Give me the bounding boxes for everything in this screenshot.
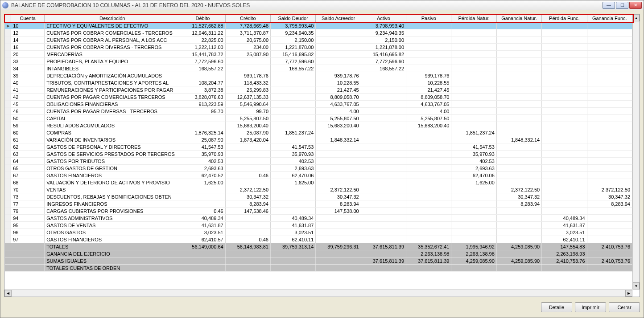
row-indicator[interactable] xyxy=(5,86,11,94)
cell-descripcion[interactable]: GASTOS DE SERVICIOS PRESTADOS POR TERCER… xyxy=(45,151,180,158)
cell-ganancia-natur[interactable] xyxy=(496,122,541,129)
cell-debito[interactable]: 3,023.51 xyxy=(180,229,225,236)
cell-debito[interactable]: 108,204.77 xyxy=(180,79,225,86)
cell-perdida-natur[interactable] xyxy=(451,58,496,65)
cell-debito[interactable] xyxy=(180,200,225,208)
row-indicator[interactable] xyxy=(5,72,11,79)
cell-debito[interactable]: 3,872.38 xyxy=(180,86,225,94)
cell-activo[interactable] xyxy=(361,265,406,272)
cell-ganancia-func[interactable] xyxy=(587,115,632,122)
cell-saldo-deudor[interactable] xyxy=(271,79,316,86)
cell-ganancia-func[interactable] xyxy=(587,165,632,172)
total-row[interactable]: TOTALES56,149,000.6456,148,983.8139,759,… xyxy=(5,243,632,250)
cell-perdida-natur[interactable]: 1,995,946.92 xyxy=(451,243,496,250)
cell-ganancia-natur[interactable] xyxy=(496,44,541,51)
cell-perdida-func[interactable]: 3,023.51 xyxy=(542,229,587,236)
cell-ganancia-func[interactable] xyxy=(587,108,632,115)
cell-saldo-acreedor[interactable]: 8,283.94 xyxy=(316,200,361,208)
cell-ganancia-natur[interactable] xyxy=(496,229,541,236)
cell-cuenta[interactable]: 45 xyxy=(11,101,45,108)
cell-debito[interactable]: 15,441,783.72 xyxy=(180,51,225,58)
cell-cuenta[interactable] xyxy=(11,250,45,257)
cell-credito[interactable] xyxy=(225,58,270,65)
cell-saldo-deudor[interactable]: 7,772,596.60 xyxy=(271,58,316,65)
col-pasivo[interactable]: Pasivo xyxy=(406,15,451,22)
cell-debito[interactable]: 7,772,596.60 xyxy=(180,58,225,65)
cell-saldo-deudor[interactable] xyxy=(271,193,316,200)
cell-perdida-natur[interactable]: 41,547.53 xyxy=(451,143,496,151)
cell-saldo-acreedor[interactable] xyxy=(316,165,361,172)
cell-saldo-deudor[interactable]: 1,221,878.00 xyxy=(271,44,316,51)
row-indicator[interactable] xyxy=(5,79,11,86)
table-row[interactable]: 97GASTOS FINANCIEROS62,410.570.4662,410.… xyxy=(5,236,632,243)
cell-saldo-deudor[interactable] xyxy=(271,136,316,143)
cell-pasivo[interactable] xyxy=(406,51,451,58)
scroll-left-arrow[interactable]: ◀ xyxy=(4,290,12,297)
cell-credito[interactable]: 2,372,122.50 xyxy=(225,186,270,193)
cell-descripcion[interactable]: MERCADERÍAS xyxy=(45,51,180,58)
cell-cuenta[interactable] xyxy=(11,243,45,250)
cell-descripcion[interactable]: GASTOS FINANCIEROS xyxy=(45,236,180,243)
total-row[interactable]: TOTALES CUENTAS DE ORDEN xyxy=(5,265,632,272)
cell-cuenta[interactable]: 60 xyxy=(11,129,45,136)
cell-descripcion[interactable]: CARGAS CUBIERTAS POR PROVISIONES xyxy=(45,208,180,215)
cell-ganancia-natur[interactable]: 1,848,332.14 xyxy=(496,136,541,143)
cell-perdida-func[interactable] xyxy=(542,265,587,272)
cell-perdida-func[interactable]: 2,410,753.76 xyxy=(542,257,587,265)
cell-debito[interactable]: 2,693.63 xyxy=(180,165,225,172)
cell-activo[interactable] xyxy=(361,72,406,79)
cell-pasivo[interactable]: 8,809,058.70 xyxy=(406,94,451,101)
cell-descripcion[interactable]: RESULTADOS ACUMULADOS xyxy=(45,122,180,129)
cell-perdida-func[interactable] xyxy=(542,22,587,29)
cell-cuenta[interactable]: 94 xyxy=(11,215,45,222)
cell-descripcion[interactable]: CUENTAS POR COBRAR AL PERSONAL, A LOS AC… xyxy=(45,37,180,44)
cell-ganancia-natur[interactable] xyxy=(496,236,541,243)
row-indicator[interactable] xyxy=(5,151,11,158)
cell-credito[interactable] xyxy=(225,165,270,172)
maximize-button[interactable]: ☐ xyxy=(616,2,628,9)
cell-ganancia-func[interactable] xyxy=(587,229,632,236)
cell-cuenta[interactable]: 63 xyxy=(11,151,45,158)
cell-descripcion[interactable]: SUMAS IGUALES xyxy=(45,257,180,265)
cell-descripcion[interactable]: OTROS GASTOS xyxy=(45,229,180,236)
cell-pasivo[interactable] xyxy=(406,165,451,172)
cell-activo[interactable] xyxy=(361,151,406,158)
cell-activo[interactable] xyxy=(361,250,406,257)
cell-debito[interactable]: 40,489.34 xyxy=(180,215,225,222)
cell-perdida-func[interactable]: 147,554.83 xyxy=(542,243,587,250)
cell-saldo-deudor[interactable]: 1,625.00 xyxy=(271,179,316,186)
cell-ganancia-natur[interactable] xyxy=(496,115,541,122)
cell-pasivo[interactable] xyxy=(406,151,451,158)
cell-saldo-deudor[interactable] xyxy=(271,101,316,108)
cell-perdida-natur[interactable] xyxy=(451,136,496,143)
cell-saldo-acreedor[interactable]: 4,633,767.05 xyxy=(316,101,361,108)
cell-descripcion[interactable]: TOTALES xyxy=(45,243,180,250)
col-cuenta[interactable]: Cuenta xyxy=(11,15,45,22)
cell-pasivo[interactable] xyxy=(406,186,451,193)
table-row[interactable]: 41REMUNERACIONES Y PARTICIPACIONES POR P… xyxy=(5,86,632,94)
cell-perdida-natur[interactable]: 1,851,237.24 xyxy=(451,129,496,136)
table-row[interactable]: 59RESULTADOS ACUMULADOS15,683,200.4015,6… xyxy=(5,122,632,129)
cell-cuenta[interactable]: 64 xyxy=(11,158,45,165)
cell-cuenta[interactable]: 42 xyxy=(11,94,45,101)
cell-ganancia-func[interactable]: 30,347.32 xyxy=(587,193,632,200)
row-indicator[interactable] xyxy=(5,143,11,151)
table-row[interactable]: 50CAPITAL5,255,807.505,255,807.505,255,8… xyxy=(5,115,632,122)
cell-ganancia-natur[interactable]: 8,283.94 xyxy=(496,200,541,208)
cell-debito[interactable]: 11,527,662.88 xyxy=(180,22,225,29)
cell-credito[interactable] xyxy=(225,143,270,151)
cell-saldo-deudor[interactable]: 41,547.53 xyxy=(271,143,316,151)
cell-perdida-natur[interactable] xyxy=(451,79,496,86)
cell-debito[interactable]: 0.46 xyxy=(180,208,225,215)
vertical-scrollbar[interactable]: ▲ ▼ xyxy=(632,14,640,289)
cell-descripcion[interactable]: CUENTAS POR PAGAR COMERCIALES TERCEROS xyxy=(45,94,180,101)
cell-perdida-func[interactable] xyxy=(542,122,587,129)
total-row[interactable]: GANANCIA DEL EJERCICIO2,263,138.982,263,… xyxy=(5,250,632,257)
table-row[interactable]: 95GASTOS DE VENTAS41,631.8741,631.8741,6… xyxy=(5,222,632,229)
cell-saldo-deudor[interactable]: 168,557.22 xyxy=(271,65,316,72)
row-indicator[interactable] xyxy=(5,94,11,101)
cell-perdida-natur[interactable] xyxy=(451,215,496,222)
row-indicator[interactable] xyxy=(5,115,11,122)
cell-saldo-deudor[interactable]: 35,970.93 xyxy=(271,151,316,158)
cell-cuenta[interactable]: 67 xyxy=(11,172,45,179)
